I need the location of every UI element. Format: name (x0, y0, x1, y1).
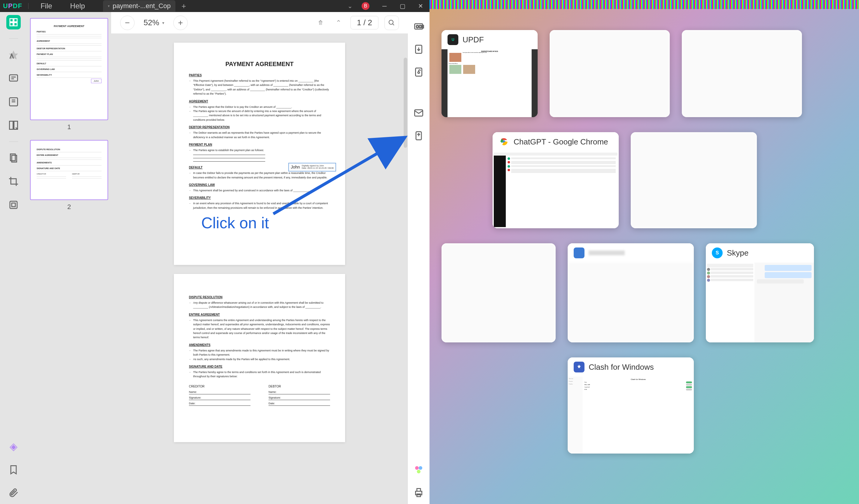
total-pages: 2 (368, 18, 372, 27)
task-card-blurred-5[interactable] (568, 243, 694, 342)
amendments-text-2: As such, any amendments made by the Part… (193, 357, 330, 361)
svg-rect-0 (10, 19, 13, 22)
organize-tool[interactable] (6, 118, 21, 133)
digital-signature[interactable]: John Digitally signed by John Date: 2023… (288, 163, 336, 171)
convert-icon[interactable] (413, 44, 424, 55)
task-card-updf[interactable]: U UPDF DISPATCHES N°915 Lorem ipsum dolo… (441, 30, 538, 117)
sidebar-bottom: ◈ (8, 440, 19, 498)
section-parties: PARTIES (189, 74, 330, 77)
comment-icon (8, 73, 19, 84)
svg-rect-10 (10, 121, 13, 129)
highlight-tool[interactable] (6, 48, 21, 62)
task-card-blurred-1[interactable] (549, 30, 670, 117)
debtor-name: Name: (269, 390, 330, 394)
tab-dropdown-icon[interactable]: ▾ (108, 4, 110, 8)
svg-point-26 (415, 466, 419, 470)
task-preview-blurred (682, 30, 802, 117)
section-amendments: AMENDMENTS (189, 343, 330, 347)
zoom-level[interactable]: 52% ▾ (140, 18, 167, 27)
section-sigdate: SIGNATURE AND DATE (189, 365, 330, 368)
svg-rect-30 (417, 489, 421, 491)
print-icon[interactable] (413, 487, 424, 498)
agreement-text-2: The Parties agree to secure the amount o… (193, 109, 330, 122)
page-tool[interactable] (6, 151, 21, 165)
zoom-in-button[interactable]: + (173, 16, 188, 30)
divider (9, 39, 18, 39)
scrollbar[interactable] (404, 58, 407, 148)
menu-file[interactable]: File (34, 2, 58, 10)
task-card-chatgpt[interactable]: ChatGPT - Google Chrome (493, 132, 619, 228)
section-entire: ENTIRE AGREEMENT (189, 313, 330, 316)
task-preview-blurred (549, 30, 670, 117)
edit-tool[interactable] (6, 95, 21, 109)
search-button[interactable] (385, 16, 399, 30)
page-thumbnail-2[interactable]: DISPUTE RESOLUTION ENTIRE AGREEMENT AMEN… (30, 140, 108, 200)
thumb-page-number-1: 1 (67, 123, 71, 131)
ocr-icon[interactable]: OCR (413, 21, 424, 32)
task-card-blurred-2[interactable] (682, 30, 802, 117)
zoom-value: 52% (144, 18, 159, 27)
prev-page-button[interactable]: ⌃ (332, 17, 345, 29)
svg-point-28 (417, 470, 421, 473)
attachment-icon[interactable] (8, 487, 19, 498)
user-avatar[interactable]: B (362, 2, 370, 10)
page-thumbnail-1[interactable]: PAYMENT AGREEMENT PARTIES AGREEMENT DEBT… (30, 18, 108, 120)
menu-help[interactable]: Help (64, 2, 91, 10)
edit-icon (8, 96, 19, 107)
tab-filename: payment-...ent_Cop (112, 2, 170, 10)
minimize-button[interactable]: ─ (378, 0, 390, 12)
task-card-clash[interactable]: Clash for Windows General Proxies Profil… (568, 357, 694, 454)
divider (9, 141, 18, 142)
section-agreement: AGREEMENT (189, 100, 330, 103)
document-area: − 52% ▾ + ⤊ ⌃ 1 / 2 (111, 12, 408, 504)
creditor-signature: Signature: (189, 396, 251, 400)
svg-point-23 (418, 72, 420, 74)
zoom-dropdown-icon[interactable]: ▾ (162, 20, 164, 25)
debtor-header: DEBTOR (269, 385, 330, 388)
default-text: In case the Debtor fails to provide the … (193, 171, 330, 180)
governing-text: This Agreement shall be governed by and … (193, 188, 330, 193)
svg-text:OCR: OCR (416, 25, 424, 29)
section-governing: GOVERNING LAW (189, 183, 330, 186)
task-card-blurred-4[interactable] (441, 243, 556, 342)
layers-icon[interactable]: ◈ (10, 440, 17, 452)
svg-rect-15 (12, 203, 15, 207)
updf-window: UPDF File Help ▾ payment-...ent_Cop + ⌄ … (0, 0, 430, 504)
task-preview-blurred (568, 262, 694, 342)
debtor-date: Date: (269, 401, 330, 406)
document-tab[interactable]: ▾ payment-...ent_Cop (103, 0, 176, 12)
page-indicator[interactable]: 1 / 2 (350, 16, 378, 29)
thumb-signature: John (91, 79, 102, 83)
task-card-blurred-3[interactable] (631, 132, 757, 228)
protect-icon[interactable] (413, 67, 424, 77)
left-sidebar: ◈ (0, 12, 27, 504)
creditor-header: CREDITOR (189, 385, 251, 388)
first-page-button[interactable]: ⤊ (315, 17, 327, 29)
comment-tool[interactable] (6, 71, 21, 86)
document-toolbar: − 52% ▾ + ⤊ ⌃ 1 / 2 (111, 12, 408, 34)
task-preview-chatgpt (493, 151, 619, 228)
document-viewer[interactable]: Click on it PAYMENT AGREEMENT PARTIES Th… (111, 34, 408, 504)
task-title-skype: Skype (727, 248, 749, 258)
task-preview-blurred (441, 243, 556, 342)
app-icon-blurred (574, 247, 585, 258)
thumbnails-tool[interactable] (6, 15, 21, 29)
page-separator: / (363, 18, 365, 27)
share-icon[interactable] (413, 131, 424, 141)
zoom-out-button[interactable]: − (120, 16, 135, 30)
task-row-4: Clash for Windows General Proxies Profil… (568, 357, 847, 454)
ai-icon[interactable] (413, 464, 424, 475)
compress-tool[interactable] (6, 198, 21, 212)
window-dropdown-icon[interactable]: ⌄ (347, 2, 352, 10)
bookmark-icon[interactable] (8, 464, 19, 475)
crop-tool[interactable] (6, 174, 21, 189)
email-icon[interactable] (413, 108, 424, 118)
updf-logo: UPDF (3, 2, 22, 10)
maximize-button[interactable]: ▢ (396, 0, 408, 12)
close-button[interactable]: ✕ (415, 0, 426, 12)
task-row-1: U UPDF DISPATCHES N°915 Lorem ipsum dolo… (441, 30, 847, 117)
task-card-skype[interactable]: S Skype (706, 243, 814, 342)
add-tab-button[interactable]: + (181, 1, 186, 11)
section-severability: SEVERABILITY (189, 196, 330, 199)
updf-app-icon: U (448, 34, 458, 45)
